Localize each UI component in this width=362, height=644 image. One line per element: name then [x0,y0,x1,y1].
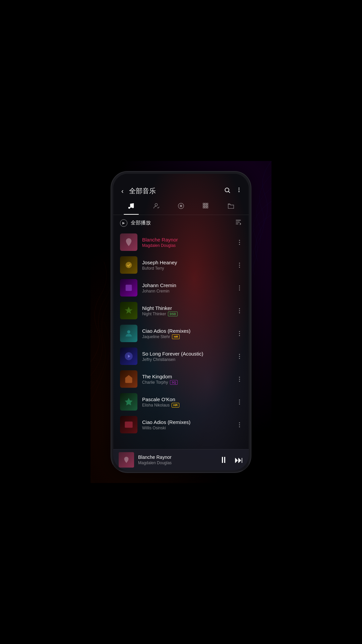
playlist-icon [202,202,209,211]
play-all-label: 全部播放 [131,220,151,226]
search-icon[interactable] [224,187,231,195]
song-thumbnail [120,256,137,274]
svg-rect-18 [205,207,206,208]
song-info: Pascale O'Kon Elisha Nikolaus HR [142,396,232,408]
more-button[interactable] [237,306,242,315]
list-item[interactable]: Joseph Heaney Buford Terry [113,254,249,276]
list-item[interactable]: Johann Cremin Johann Cremin [113,276,249,299]
now-playing-title: Blanche Raynor [138,454,215,460]
song-title: Joseph Heaney [142,260,232,265]
song-artist: Magdalen Douglas [142,243,176,248]
svg-marker-26 [125,398,132,405]
song-info: So Long Forever (Acoustic) Jeffry Christ… [142,351,232,362]
song-thumbnail [120,416,137,433]
svg-rect-13 [207,203,208,205]
svg-point-2 [239,187,240,189]
song-sub: Jeffry Christiansen [142,357,232,362]
song-sub: Johann Cremin [142,289,232,293]
song-sub: Charlie Torphy SQ [142,380,232,385]
song-thumbnail [120,370,137,388]
now-playing-bar[interactable]: Blanche Raynor Magdalen Douglas ⏸ ⏭ [113,449,249,470]
quality-badge: HR [172,403,179,408]
music-note-icon [127,202,135,211]
svg-point-7 [155,204,157,206]
tab-songs[interactable] [119,200,143,215]
song-artist: Jeffry Christiansen [142,357,175,362]
more-button[interactable] [237,238,242,247]
more-button[interactable] [237,329,242,338]
song-title: Night Thinker [142,305,232,311]
tab-folders[interactable] [219,200,243,215]
song-artist: Jaqueline Stehr [142,334,170,339]
quality-badge: HR [172,334,180,339]
now-playing-artist: Magdalen Douglas [138,461,215,465]
more-button[interactable] [237,420,242,429]
more-button[interactable] [237,375,242,384]
phone-frame: ‹ 全部音乐 [111,171,251,473]
tab-artists[interactable] [143,200,168,215]
svg-point-10 [181,206,181,206]
song-thumbnail [120,347,137,365]
svg-line-1 [229,192,230,193]
song-thumbnail [120,325,137,342]
more-options-icon[interactable] [236,187,242,195]
play-all-bar[interactable]: ▶ 全部播放 [113,215,249,231]
svg-point-3 [239,190,240,191]
list-item[interactable]: Ciao Adios (Remixes) Willis Osinski [113,413,249,436]
album-icon [177,202,185,211]
play-all-left: ▶ 全部播放 [120,219,151,227]
svg-point-25 [127,330,130,333]
next-button[interactable]: ⏭ [235,455,243,465]
svg-point-0 [225,188,229,192]
song-sub: Willis Osinski [142,426,232,430]
now-playing-thumbnail [119,452,134,468]
song-info: Ciao Adios (Remixes) Jaqueline Stehr HR [142,328,232,339]
song-title: So Long Forever (Acoustic) [142,351,232,357]
song-sub: Magdalen Douglas [142,243,232,248]
song-artist: Elisha Nikolaus [142,403,170,408]
song-artist: Buford Terry [142,266,164,271]
back-button[interactable]: ‹ [120,186,125,196]
song-artist: Charlie Torphy [142,380,168,385]
svg-point-23 [126,262,132,268]
sort-icon[interactable] [235,218,242,227]
list-item[interactable]: Ciao Adios (Remixes) Jaqueline Stehr HR [113,322,249,345]
svg-point-4 [239,191,240,192]
status-bar [113,174,249,184]
list-item[interactable]: So Long Forever (Acoustic) Jeffry Christ… [113,345,249,368]
svg-rect-12 [205,203,206,205]
list-item[interactable]: The Kingdom Charlie Torphy SQ [113,368,249,390]
list-item[interactable]: Blanche Raynor Magdalen Douglas [113,231,249,254]
more-button[interactable] [237,261,242,270]
song-info: Joseph Heaney Buford Terry [142,260,232,271]
folder-icon [227,202,235,211]
song-sub: Elisha Nikolaus HR [142,403,232,408]
more-button[interactable] [237,352,242,361]
pause-button[interactable]: ⏸ [219,455,228,465]
more-button[interactable] [237,397,242,407]
list-item[interactable]: Pascale O'Kon Elisha Nikolaus HR [113,390,249,413]
list-item[interactable]: Night Thinker Night Thinker DSD [113,299,249,322]
more-button[interactable] [237,283,242,292]
song-thumbnail [120,233,137,251]
phone-wrapper: ‹ 全部音乐 [90,161,272,483]
song-info: The Kingdom Charlie Torphy SQ [142,374,232,385]
screen-content: ‹ 全部音乐 [113,174,249,470]
song-title: Johann Cremin [142,282,232,288]
phone-screen: ‹ 全部音乐 [113,174,249,470]
svg-rect-11 [203,203,204,205]
song-title: Blanche Raynor [142,237,232,243]
header: ‹ 全部音乐 [113,184,249,199]
play-circle-icon: ▶ [120,219,127,227]
tab-playlists[interactable] [193,200,218,215]
song-thumbnail [120,393,137,411]
svg-point-5 [128,207,130,209]
song-artist: Willis Osinski [142,426,166,430]
nav-tabs [113,199,249,215]
quality-badge: SQ [170,380,178,385]
playback-controls: ⏸ ⏭ [219,455,243,465]
svg-point-6 [132,206,134,208]
svg-rect-14 [203,205,204,206]
tab-albums[interactable] [169,200,193,215]
song-info: Night Thinker Night Thinker DSD [142,305,232,316]
